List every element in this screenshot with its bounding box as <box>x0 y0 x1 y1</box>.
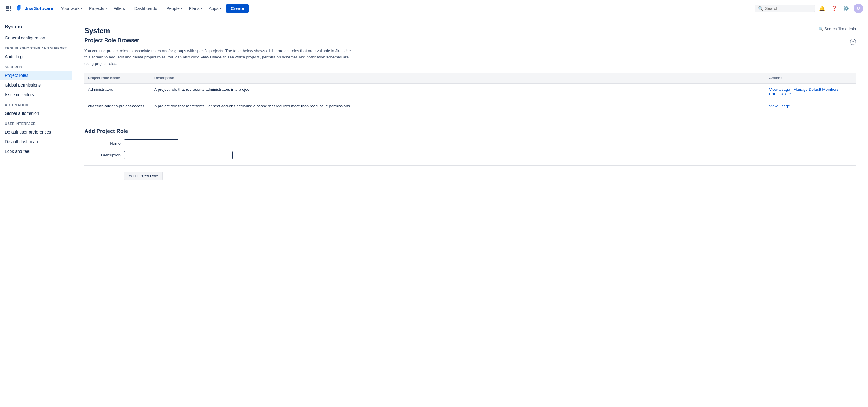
svg-rect-6 <box>6 10 7 11</box>
col-header-description: Description <box>151 73 766 84</box>
sidebar-heading: System <box>0 22 72 33</box>
section-title: Project Role Browser <box>84 37 139 44</box>
app-logo[interactable]: Jira Software <box>14 4 53 13</box>
nav-projects[interactable]: Projects ▾ <box>86 4 110 13</box>
help-icon[interactable]: ? <box>850 39 856 45</box>
page-layout: System General configuration TROUBLESHOO… <box>0 17 868 407</box>
topnav-right: 🔍 🔔 ❓ ⚙️ U <box>755 4 863 13</box>
sidebar-item-global-automation[interactable]: Global automation <box>0 108 72 118</box>
chevron-down-icon: ▾ <box>158 7 160 10</box>
page-title: System <box>84 27 110 35</box>
chevron-down-icon: ▾ <box>220 7 221 10</box>
search-icon: 🔍 <box>758 6 763 11</box>
role-name-addons: atlassian-addons-project-access <box>84 100 151 112</box>
add-project-role-button[interactable]: Add Project Role <box>124 171 163 180</box>
nav-dashboards[interactable]: Dashboards ▾ <box>131 4 163 13</box>
chevron-down-icon: ▾ <box>81 7 82 10</box>
svg-rect-5 <box>10 8 11 9</box>
add-project-role-section: Add Project Role Name Description Add Pr… <box>84 122 856 180</box>
description-input[interactable] <box>124 151 233 159</box>
table-row: Administrators A project role that repre… <box>84 84 856 100</box>
sidebar-item-look-and-feel[interactable]: Look and feel <box>0 147 72 156</box>
nav-plans[interactable]: Plans ▾ <box>186 4 205 13</box>
sidebar-item-project-roles[interactable]: Project roles <box>0 70 72 80</box>
svg-rect-8 <box>10 10 11 11</box>
sidebar-section-user-interface: USER INTERFACE <box>0 118 72 127</box>
add-section-title: Add Project Role <box>84 128 856 134</box>
sidebar-section-troubleshooting: TROUBLESHOOTING AND SUPPORT <box>0 43 72 52</box>
nav-filters[interactable]: Filters ▾ <box>111 4 131 13</box>
main-content: System 🔍 Search Jira admin Project Role … <box>72 17 868 407</box>
sidebar-item-issue-collectors[interactable]: Issue collectors <box>0 90 72 99</box>
roles-table: Project Role Name Description Actions Ad… <box>84 73 856 112</box>
col-header-name: Project Role Name <box>84 73 151 84</box>
search-admin-link[interactable]: 🔍 Search Jira admin <box>818 27 856 31</box>
svg-rect-2 <box>10 6 11 7</box>
sidebar-item-default-dashboard[interactable]: Default dashboard <box>0 137 72 147</box>
description-label: Description <box>84 153 121 157</box>
main-navigation: Your work ▾ Projects ▾ Filters ▾ Dashboa… <box>58 4 752 13</box>
nav-people[interactable]: People ▾ <box>163 4 185 13</box>
svg-rect-7 <box>8 10 9 11</box>
sidebar: System General configuration TROUBLESHOO… <box>0 17 72 407</box>
view-usage-administrators-link[interactable]: View Usage <box>769 87 790 92</box>
search-box[interactable]: 🔍 <box>755 4 815 12</box>
sidebar-section-automation: AUTOMATION <box>0 99 72 108</box>
chevron-down-icon: ▾ <box>201 7 202 10</box>
settings-button[interactable]: ⚙️ <box>841 4 851 13</box>
role-desc-administrators: A project role that represents administr… <box>151 84 766 100</box>
grid-icon[interactable] <box>5 5 12 12</box>
search-icon: 🔍 <box>818 27 823 31</box>
sidebar-item-general-configuration[interactable]: General configuration <box>0 33 72 43</box>
view-usage-addons-link[interactable]: View Usage <box>769 104 790 108</box>
role-desc-addons: A project role that represents Connect a… <box>151 100 766 112</box>
svg-rect-1 <box>8 6 9 7</box>
chevron-down-icon: ▾ <box>181 7 182 10</box>
name-label: Name <box>84 141 121 146</box>
sidebar-item-default-user-preferences[interactable]: Default user preferences <box>0 127 72 137</box>
description-text: You can use project roles to associate u… <box>84 48 355 67</box>
manage-default-members-link[interactable]: Manage Default Members <box>794 87 839 92</box>
nav-apps[interactable]: Apps ▾ <box>206 4 224 13</box>
sidebar-section-security: SECURITY <box>0 62 72 70</box>
form-actions: Add Project Role <box>84 171 856 180</box>
role-actions-administrators: View Usage Manage Default Members Edit D… <box>766 84 856 100</box>
chevron-down-icon: ▾ <box>105 7 107 10</box>
svg-rect-4 <box>8 8 9 9</box>
search-input[interactable] <box>765 6 812 11</box>
role-name-administrators: Administrators <box>84 84 151 100</box>
notifications-button[interactable]: 🔔 <box>817 4 827 13</box>
edit-administrators-link[interactable]: Edit <box>769 92 776 96</box>
form-divider <box>84 165 856 165</box>
sidebar-item-audit-log[interactable]: Audit Log <box>0 52 72 62</box>
sidebar-item-global-permissions[interactable]: Global permissions <box>0 80 72 90</box>
name-input[interactable] <box>124 139 179 148</box>
page-header: System 🔍 Search Jira admin <box>84 27 856 35</box>
table-row: atlassian-addons-project-access A projec… <box>84 100 856 112</box>
svg-rect-0 <box>6 6 7 7</box>
create-button[interactable]: Create <box>226 4 249 13</box>
description-field-row: Description <box>84 151 856 159</box>
help-button[interactable]: ❓ <box>830 4 839 13</box>
col-header-actions: Actions <box>766 73 856 84</box>
delete-administrators-link[interactable]: Delete <box>779 92 791 96</box>
nav-your-work[interactable]: Your work ▾ <box>58 4 85 13</box>
svg-rect-3 <box>6 8 7 9</box>
chevron-down-icon: ▾ <box>126 7 128 10</box>
name-field-row: Name <box>84 139 856 148</box>
role-actions-addons: View Usage <box>766 100 856 112</box>
avatar[interactable]: U <box>854 4 863 13</box>
logo-text: Jira Software <box>25 6 53 11</box>
top-navigation: Jira Software Your work ▾ Projects ▾ Fil… <box>0 0 868 17</box>
